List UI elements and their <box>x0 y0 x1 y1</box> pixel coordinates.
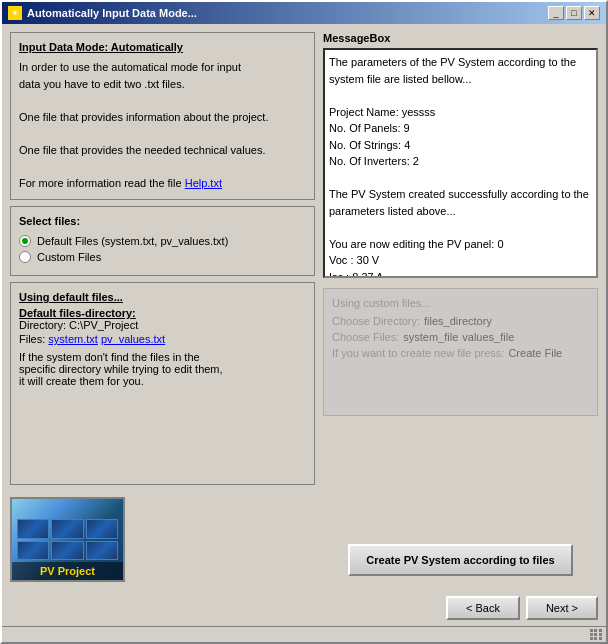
custom-dir-label: Choose Directory: <box>332 315 420 327</box>
bottom-bar: < Back Next > <box>2 590 606 626</box>
radio-default-option[interactable]: Default Files (system.txt, pv_values.txt… <box>19 235 306 247</box>
file2-link[interactable]: pv_values.txt <box>101 333 165 345</box>
title-bar: ☀ Automatically Input Data Mode... _ □ ✕ <box>2 2 606 24</box>
main-content: Input Data Mode: Automatically In order … <box>2 24 606 590</box>
select-files-section: Select files: Default Files (system.txt,… <box>10 206 315 276</box>
custom-create-prefix: If you want to create new file press: <box>332 347 504 359</box>
custom-dir-value: files_directory <box>424 315 492 327</box>
default-note: If the system don't find the files in th… <box>19 351 306 387</box>
custom-files-row: Choose Files: system_file values_file <box>332 331 589 343</box>
custom-create-btn: Create File <box>508 347 562 359</box>
right-panel: MessageBox The parameters of the PV Syst… <box>323 32 598 582</box>
resize-grip <box>590 629 602 641</box>
custom-file2-value: values_file <box>462 331 514 343</box>
pv-image-label: PV Project <box>12 562 123 580</box>
dir-value: Directory: C:\PV_Project <box>19 319 306 331</box>
nav-buttons: < Back Next > <box>446 596 598 620</box>
bottom-left: PV Project <box>10 491 315 582</box>
radio-default[interactable] <box>19 235 31 247</box>
create-btn-container: Create PV System according to files <box>323 538 598 582</box>
status-bar <box>2 626 606 642</box>
messagebox-text: The parameters of the PV System accordin… <box>329 56 592 278</box>
close-button[interactable]: ✕ <box>584 6 600 20</box>
pv-project-image: PV Project <box>10 497 125 582</box>
main-window: ☀ Automatically Input Data Mode... _ □ ✕… <box>0 0 608 644</box>
default-files-title: Using default files... <box>19 291 306 303</box>
maximize-button[interactable]: □ <box>566 6 582 20</box>
description-text: In order to use the automatical mode for… <box>19 59 306 191</box>
custom-file1-value: system_file <box>403 331 458 343</box>
minimize-button[interactable]: _ <box>548 6 564 20</box>
input-mode-section: Input Data Mode: Automatically In order … <box>10 32 315 200</box>
radio-custom-option[interactable]: Custom Files <box>19 251 306 263</box>
next-button[interactable]: Next > <box>526 596 598 620</box>
custom-files-label: Choose Files: <box>332 331 399 343</box>
select-files-title: Select files: <box>19 215 306 227</box>
radio-custom[interactable] <box>19 251 31 263</box>
left-panel: Input Data Mode: Automatically In order … <box>10 32 315 582</box>
default-files-section: Using default files... Default files-dir… <box>10 282 315 485</box>
messagebox-content[interactable]: The parameters of the PV System accordin… <box>323 48 598 278</box>
create-pv-system-button[interactable]: Create PV System according to files <box>348 544 572 576</box>
input-mode-title: Input Data Mode: Automatically <box>19 41 306 53</box>
help-link[interactable]: Help.txt <box>185 177 222 189</box>
messagebox-section: MessageBox The parameters of the PV Syst… <box>323 32 598 278</box>
radio-custom-label: Custom Files <box>37 251 101 263</box>
back-button[interactable]: < Back <box>446 596 520 620</box>
dir-title: Default files-directory: <box>19 307 306 319</box>
messagebox-label: MessageBox <box>323 32 598 44</box>
custom-create-row: If you want to create new file press: Cr… <box>332 347 589 359</box>
file1-link[interactable]: system.txt <box>48 333 98 345</box>
window-icon: ☀ <box>8 6 22 20</box>
custom-dir-row: Choose Directory: files_directory <box>332 315 589 327</box>
custom-files-section: Using custom files... Choose Directory: … <box>323 288 598 416</box>
files-row: Files: system.txt pv_values.txt <box>19 333 306 345</box>
window-title: Automatically Input Data Mode... <box>27 7 197 19</box>
radio-default-label: Default Files (system.txt, pv_values.txt… <box>37 235 228 247</box>
custom-files-title: Using custom files... <box>332 297 589 309</box>
